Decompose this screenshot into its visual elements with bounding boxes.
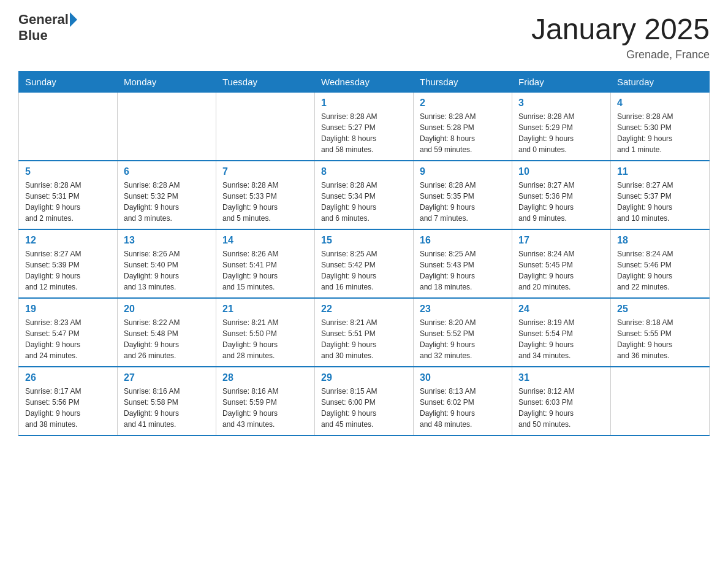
calendar-cell: 23Sunrise: 8:20 AM Sunset: 5:52 PM Dayli…: [414, 298, 512, 367]
day-info: Sunrise: 8:28 AM Sunset: 5:32 PM Dayligh…: [124, 180, 210, 224]
calendar-cell: 13Sunrise: 8:26 AM Sunset: 5:40 PM Dayli…: [118, 229, 216, 298]
day-of-week-header: Tuesday: [216, 72, 315, 93]
day-number: 5: [25, 166, 111, 177]
calendar-header-row: SundayMondayTuesdayWednesdayThursdayFrid…: [19, 72, 710, 93]
day-number: 17: [518, 235, 604, 246]
day-number: 11: [617, 166, 703, 177]
calendar-cell: [19, 93, 118, 161]
day-number: 21: [222, 304, 308, 315]
calendar-cell: 15Sunrise: 8:25 AM Sunset: 5:42 PM Dayli…: [315, 229, 414, 298]
day-info: Sunrise: 8:24 AM Sunset: 5:46 PM Dayligh…: [617, 248, 703, 293]
calendar-cell: 9Sunrise: 8:28 AM Sunset: 5:35 PM Daylig…: [414, 161, 512, 229]
day-info: Sunrise: 8:21 AM Sunset: 5:50 PM Dayligh…: [222, 317, 308, 361]
calendar-cell: 7Sunrise: 8:28 AM Sunset: 5:33 PM Daylig…: [216, 161, 315, 229]
day-info: Sunrise: 8:28 AM Sunset: 5:35 PM Dayligh…: [420, 180, 506, 224]
day-info: Sunrise: 8:28 AM Sunset: 5:30 PM Dayligh…: [617, 111, 703, 155]
calendar-cell: 5Sunrise: 8:28 AM Sunset: 5:31 PM Daylig…: [19, 161, 118, 229]
calendar-cell: 2Sunrise: 8:28 AM Sunset: 5:28 PM Daylig…: [414, 93, 512, 161]
calendar-cell: 30Sunrise: 8:13 AM Sunset: 6:02 PM Dayli…: [414, 367, 512, 435]
calendar-cell: 22Sunrise: 8:21 AM Sunset: 5:51 PM Dayli…: [315, 298, 414, 367]
calendar-cell: 6Sunrise: 8:28 AM Sunset: 5:32 PM Daylig…: [118, 161, 216, 229]
day-info: Sunrise: 8:16 AM Sunset: 5:59 PM Dayligh…: [222, 386, 308, 430]
calendar-cell: 18Sunrise: 8:24 AM Sunset: 5:46 PM Dayli…: [611, 229, 710, 298]
page-header: General Blue January 2025 Grenade, Franc…: [18, 12, 710, 61]
day-number: 20: [124, 304, 210, 315]
calendar-cell: 25Sunrise: 8:18 AM Sunset: 5:55 PM Dayli…: [611, 298, 710, 367]
day-number: 12: [25, 235, 111, 246]
calendar-cell: 14Sunrise: 8:26 AM Sunset: 5:41 PM Dayli…: [216, 229, 315, 298]
calendar-cell: 28Sunrise: 8:16 AM Sunset: 5:59 PM Dayli…: [216, 367, 315, 435]
day-number: 6: [124, 166, 210, 177]
calendar-cell: 17Sunrise: 8:24 AM Sunset: 5:45 PM Dayli…: [512, 229, 611, 298]
calendar-cell: 27Sunrise: 8:16 AM Sunset: 5:58 PM Dayli…: [118, 367, 216, 435]
day-of-week-header: Friday: [512, 72, 611, 93]
day-number: 13: [124, 235, 210, 246]
day-info: Sunrise: 8:25 AM Sunset: 5:43 PM Dayligh…: [420, 248, 506, 293]
day-info: Sunrise: 8:15 AM Sunset: 6:00 PM Dayligh…: [321, 386, 407, 430]
day-info: Sunrise: 8:25 AM Sunset: 5:42 PM Dayligh…: [321, 248, 407, 293]
calendar-cell: [611, 367, 710, 435]
day-number: 23: [420, 304, 506, 315]
calendar-week-row: 12Sunrise: 8:27 AM Sunset: 5:39 PM Dayli…: [19, 229, 710, 298]
day-of-week-header: Saturday: [611, 72, 710, 93]
calendar-cell: 1Sunrise: 8:28 AM Sunset: 5:27 PM Daylig…: [315, 93, 414, 161]
day-info: Sunrise: 8:18 AM Sunset: 5:55 PM Dayligh…: [617, 317, 703, 361]
day-info: Sunrise: 8:22 AM Sunset: 5:48 PM Dayligh…: [124, 317, 210, 361]
day-number: 19: [25, 304, 111, 315]
day-number: 10: [518, 166, 604, 177]
day-info: Sunrise: 8:28 AM Sunset: 5:33 PM Dayligh…: [222, 180, 308, 224]
subtitle: Grenade, France: [531, 48, 710, 61]
day-number: 27: [124, 372, 210, 383]
calendar-cell: 29Sunrise: 8:15 AM Sunset: 6:00 PM Dayli…: [315, 367, 414, 435]
calendar-table: SundayMondayTuesdayWednesdayThursdayFrid…: [18, 71, 710, 436]
day-info: Sunrise: 8:12 AM Sunset: 6:03 PM Dayligh…: [518, 386, 604, 430]
day-info: Sunrise: 8:16 AM Sunset: 5:58 PM Dayligh…: [124, 386, 210, 430]
calendar-cell: 11Sunrise: 8:27 AM Sunset: 5:37 PM Dayli…: [611, 161, 710, 229]
day-info: Sunrise: 8:28 AM Sunset: 5:34 PM Dayligh…: [321, 180, 407, 224]
day-number: 3: [518, 98, 604, 109]
calendar-cell: 26Sunrise: 8:17 AM Sunset: 5:56 PM Dayli…: [19, 367, 118, 435]
logo-blue: Blue: [18, 28, 48, 43]
day-info: Sunrise: 8:28 AM Sunset: 5:27 PM Dayligh…: [321, 111, 407, 155]
day-number: 29: [321, 372, 407, 383]
calendar-cell: [216, 93, 315, 161]
day-number: 1: [321, 98, 407, 109]
day-info: Sunrise: 8:23 AM Sunset: 5:47 PM Dayligh…: [25, 317, 111, 361]
calendar-cell: 24Sunrise: 8:19 AM Sunset: 5:54 PM Dayli…: [512, 298, 611, 367]
day-number: 26: [25, 372, 111, 383]
day-number: 25: [617, 304, 703, 315]
day-number: 16: [420, 235, 506, 246]
day-number: 15: [321, 235, 407, 246]
day-number: 14: [222, 235, 308, 246]
calendar-cell: 19Sunrise: 8:23 AM Sunset: 5:47 PM Dayli…: [19, 298, 118, 367]
calendar-week-row: 5Sunrise: 8:28 AM Sunset: 5:31 PM Daylig…: [19, 161, 710, 229]
day-info: Sunrise: 8:28 AM Sunset: 5:31 PM Dayligh…: [25, 180, 111, 224]
logo-arrow-icon: [70, 12, 77, 27]
day-info: Sunrise: 8:26 AM Sunset: 5:40 PM Dayligh…: [124, 248, 210, 293]
day-of-week-header: Sunday: [19, 72, 118, 93]
day-number: 24: [518, 304, 604, 315]
calendar-cell: [118, 93, 216, 161]
day-of-week-header: Thursday: [414, 72, 512, 93]
calendar-week-row: 19Sunrise: 8:23 AM Sunset: 5:47 PM Dayli…: [19, 298, 710, 367]
calendar-cell: 3Sunrise: 8:28 AM Sunset: 5:29 PM Daylig…: [512, 93, 611, 161]
day-info: Sunrise: 8:28 AM Sunset: 5:29 PM Dayligh…: [518, 111, 604, 155]
day-info: Sunrise: 8:21 AM Sunset: 5:51 PM Dayligh…: [321, 317, 407, 361]
day-info: Sunrise: 8:27 AM Sunset: 5:39 PM Dayligh…: [25, 248, 111, 293]
day-number: 2: [420, 98, 506, 109]
day-number: 30: [420, 372, 506, 383]
day-info: Sunrise: 8:17 AM Sunset: 5:56 PM Dayligh…: [25, 386, 111, 430]
day-number: 4: [617, 98, 703, 109]
calendar-cell: 4Sunrise: 8:28 AM Sunset: 5:30 PM Daylig…: [611, 93, 710, 161]
day-number: 8: [321, 166, 407, 177]
calendar-cell: 20Sunrise: 8:22 AM Sunset: 5:48 PM Dayli…: [118, 298, 216, 367]
page-title: January 2025: [531, 12, 710, 46]
calendar-cell: 10Sunrise: 8:27 AM Sunset: 5:36 PM Dayli…: [512, 161, 611, 229]
calendar-cell: 12Sunrise: 8:27 AM Sunset: 5:39 PM Dayli…: [19, 229, 118, 298]
day-info: Sunrise: 8:27 AM Sunset: 5:36 PM Dayligh…: [518, 180, 604, 224]
calendar-cell: 8Sunrise: 8:28 AM Sunset: 5:34 PM Daylig…: [315, 161, 414, 229]
day-number: 28: [222, 372, 308, 383]
day-number: 18: [617, 235, 703, 246]
day-info: Sunrise: 8:20 AM Sunset: 5:52 PM Dayligh…: [420, 317, 506, 361]
day-info: Sunrise: 8:28 AM Sunset: 5:28 PM Dayligh…: [420, 111, 506, 155]
